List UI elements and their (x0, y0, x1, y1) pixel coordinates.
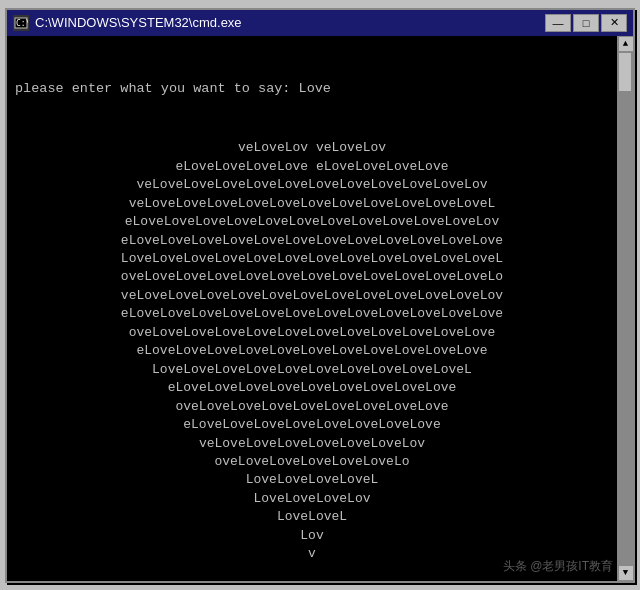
heart-line: eLoveLoveLoveLoveLoveLoveLoveLoveLoveLov… (15, 213, 609, 231)
terminal-inner: please enter what you want to say: Love … (7, 36, 633, 581)
heart-line: eLoveLoveLoveLoveLoveLoveLoveLoveLoveLov… (15, 232, 609, 250)
minimize-button[interactable]: — (545, 14, 571, 32)
heart-line: oveLoveLoveLoveLoveLoveLo (15, 453, 609, 471)
titlebar-left: C:\ C:\WINDOWS\SYSTEM32\cmd.exe (13, 15, 242, 31)
terminal-content[interactable]: please enter what you want to say: Love … (7, 36, 617, 581)
heart-line: veLoveLoveLoveLoveLoveLoveLoveLoveLoveLo… (15, 195, 609, 213)
heart-line: eLoveLoveLoveLoveLoveLoveLoveLoveLoveLov… (15, 305, 609, 323)
cmd-icon: C:\ (13, 15, 29, 31)
heart-line: LoveLoveLoveLoveLoveLoveLoveLoveLoveLove… (15, 361, 609, 379)
heart-line: eLoveLoveLoveLoveLoveLoveLoveLoveLove (15, 379, 609, 397)
prompt-line: please enter what you want to say: Love (15, 79, 609, 99)
heart-line: eLoveLoveLoveLoveLoveLoveLoveLoveLoveLov… (15, 342, 609, 360)
heart-line: LoveLoveLoveLoveLoveLoveLoveLoveLoveLove… (15, 250, 609, 268)
heart-line: LoveLoveLoveLov (15, 490, 609, 508)
scroll-thumb[interactable] (618, 52, 632, 92)
heart-line: LoveLoveLoveLoveL (15, 471, 609, 489)
titlebar-buttons: — □ ✕ (545, 14, 627, 32)
heart-line: eLoveLoveLoveLove eLoveLoveLoveLove (15, 158, 609, 176)
scroll-up-button[interactable]: ▲ (618, 36, 634, 52)
close-button[interactable]: ✕ (601, 14, 627, 32)
heart-line: LoveLoveL (15, 508, 609, 526)
watermark: 头条 @老男孩IT教育 (503, 558, 613, 575)
scroll-down-button[interactable]: ▼ (618, 565, 634, 581)
heart-line: veLoveLoveLoveLoveLoveLoveLov (15, 435, 609, 453)
maximize-button[interactable]: □ (573, 14, 599, 32)
heart-line: eLoveLoveLoveLoveLoveLoveLoveLove (15, 416, 609, 434)
heart-line: Lov (15, 527, 609, 545)
heart-container: veLoveLov veLoveLov eLoveLoveLoveLove eL… (15, 139, 609, 563)
heart-line: oveLoveLoveLoveLoveLoveLoveLoveLoveLoveL… (15, 324, 609, 342)
scrollbar: ▲ ▼ (617, 36, 633, 581)
heart-line: oveLoveLoveLoveLoveLoveLoveLoveLove (15, 398, 609, 416)
heart-line: veLoveLoveLoveLoveLoveLoveLoveLoveLoveLo… (15, 176, 609, 194)
svg-text:C:\: C:\ (16, 19, 28, 28)
terminal-body: please enter what you want to say: Love … (7, 36, 633, 581)
heart-line: oveLoveLoveLoveLoveLoveLoveLoveLoveLoveL… (15, 268, 609, 286)
scroll-track (618, 52, 633, 565)
window-title: C:\WINDOWS\SYSTEM32\cmd.exe (35, 15, 242, 30)
titlebar: C:\ C:\WINDOWS\SYSTEM32\cmd.exe — □ ✕ (7, 10, 633, 36)
heart-line: veLoveLov veLoveLov (15, 139, 609, 157)
heart-line: veLoveLoveLoveLoveLoveLoveLoveLoveLoveLo… (15, 287, 609, 305)
window: C:\ C:\WINDOWS\SYSTEM32\cmd.exe — □ ✕ pl… (5, 8, 635, 583)
